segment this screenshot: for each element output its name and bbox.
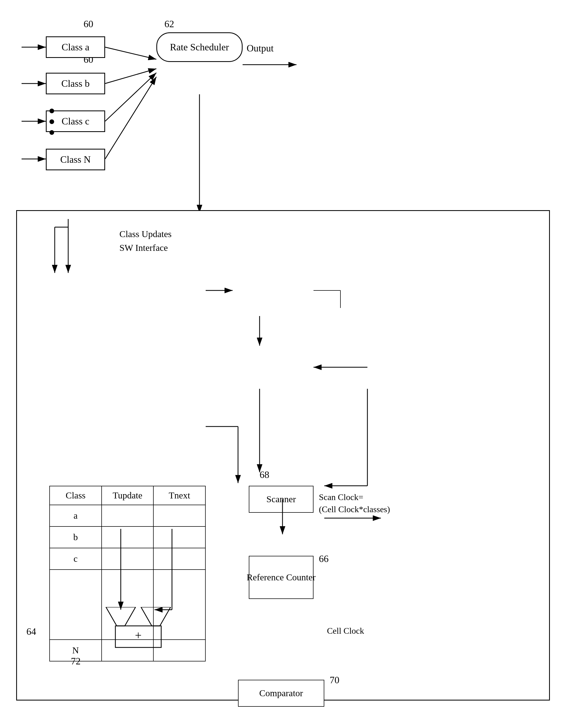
class-a-box: Class a <box>46 36 105 58</box>
table-row: c <box>50 548 205 570</box>
cell-class-c: c <box>50 548 101 570</box>
class-n-box: Class N <box>46 149 105 170</box>
adder-section: + <box>100 607 176 650</box>
class-b-box: Class b <box>46 73 105 94</box>
class-n-row: Class N <box>46 149 105 170</box>
cell-tnext-b <box>153 527 205 548</box>
label-72: 72 <box>71 655 81 667</box>
cell-class-empty <box>50 570 101 640</box>
rate-scheduler-box: Rate Scheduler <box>156 32 242 62</box>
cell-tnext-c <box>153 548 205 570</box>
class-updates-label: Class Updates SW Interface <box>120 227 172 255</box>
svg-marker-31 <box>106 607 136 626</box>
label-62: 62 <box>164 18 174 30</box>
output-section: Output <box>242 43 274 54</box>
cell-tupdate-c <box>101 548 154 570</box>
svg-text:+: + <box>135 629 142 642</box>
cell-tnext-a <box>153 505 205 527</box>
cell-clock-label: Cell Clock <box>327 626 364 636</box>
label-64: 64 <box>26 626 36 637</box>
col-class: Class <box>50 486 101 505</box>
cell-class-a: a <box>50 505 101 527</box>
scanner-box: Scanner <box>249 486 313 513</box>
scan-clock-label: Scan Clock= (Cell Clock*classes) <box>319 491 390 515</box>
table-row: a <box>50 505 205 527</box>
label-70: 70 <box>330 674 339 686</box>
reference-counter-box: Reference Counter <box>249 556 313 599</box>
svg-line-8 <box>105 73 156 121</box>
table-header-row: Class Tupdate Tnext <box>50 486 205 505</box>
label-60-top: 60 <box>84 18 93 30</box>
class-a-row: Class a <box>46 36 105 58</box>
class-b-row: Class b <box>46 73 105 94</box>
svg-line-6 <box>105 47 156 59</box>
label-68: 68 <box>260 469 269 480</box>
svg-line-7 <box>105 69 156 84</box>
table-row: b <box>50 527 205 548</box>
bottom-box: Class Updates SW Interface Class Tupdate… <box>16 210 550 701</box>
diagram-container: 60 60 62 Class a Class b Class c ●●● Cla… <box>0 0 572 728</box>
svg-line-9 <box>105 77 156 159</box>
cell-tupdate-b <box>101 527 154 548</box>
cell-tupdate-a <box>101 505 154 527</box>
comparator-box: Comparator <box>238 680 324 707</box>
label-66: 66 <box>319 553 329 564</box>
dots: ●●● <box>49 105 56 138</box>
col-tupdate: Tupdate <box>101 486 154 505</box>
svg-marker-32 <box>141 607 171 626</box>
cell-class-b: b <box>50 527 101 548</box>
col-tnext: Tnext <box>153 486 205 505</box>
output-label: Output <box>246 43 274 54</box>
adder-svg: + <box>100 607 176 650</box>
